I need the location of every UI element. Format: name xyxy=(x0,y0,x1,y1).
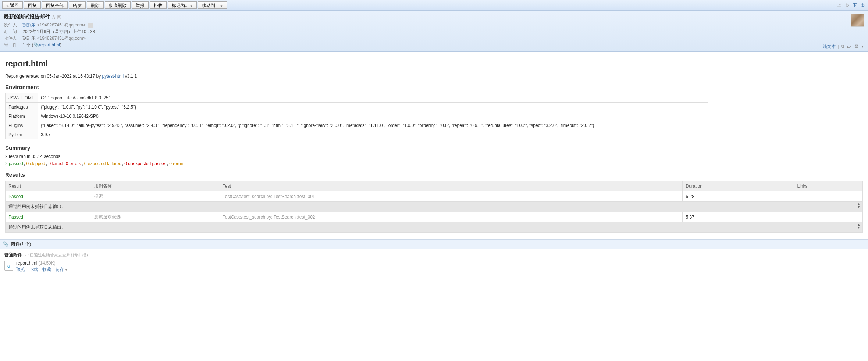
prev-mail-link[interactable]: 上一封 xyxy=(837,3,850,8)
table-header-row: Result 用例名称 Test Duration Links xyxy=(6,181,863,191)
toolbar: « 返回 回复 回复全部 转发 删除 彻底删除 举报 拒收 标记为...▼ 移动… xyxy=(0,0,868,11)
table-row: Passed 搜索 TestCase/test_search.py::TestS… xyxy=(6,191,863,202)
table-row: Packages{"pluggy": "1.0.0", "py": "1.10.… xyxy=(6,103,708,112)
attach-bar-label: 附件 xyxy=(11,241,20,247)
tag-icon[interactable]: ⇱ xyxy=(57,14,61,20)
attach-count: 1 个 ( xyxy=(22,42,33,47)
clip-icon: 📎 xyxy=(33,42,39,47)
table-row: Plugins{"Faker": "8.14.0", "allure-pytes… xyxy=(6,121,708,130)
forward-button[interactable]: 转发 xyxy=(69,1,86,9)
col-duration[interactable]: Duration xyxy=(683,181,794,191)
col-test[interactable]: Test xyxy=(220,181,683,191)
table-row: JAVA_HOMEC:\Program Files\Java\jdk1.8.0_… xyxy=(6,93,708,103)
delete-perm-button[interactable]: 彻底删除 xyxy=(105,1,131,9)
attachment-link[interactable]: report.html xyxy=(39,42,60,47)
to-addr: <1948287451@qq.com> xyxy=(37,36,86,41)
popout-icon[interactable]: 🗗 xyxy=(847,44,851,49)
to-name: 刮刮乐 xyxy=(22,36,36,41)
save-to-link[interactable]: 转存 ▼ xyxy=(55,267,68,272)
reject-button[interactable]: 拒收 xyxy=(150,1,167,9)
col-name[interactable]: 用例名称 xyxy=(91,181,220,191)
report-body: report.html Report generated on 05-Jan-2… xyxy=(0,52,868,239)
from-label: 发件人： xyxy=(4,22,21,28)
attach-heading: 普通附件 xyxy=(4,252,22,258)
contact-card-icon[interactable] xyxy=(88,23,93,28)
table-row: PlatformWindows-10-10.0.19042-SP0 xyxy=(6,112,708,121)
favorite-link[interactable]: 收藏 xyxy=(42,267,51,272)
print-icon[interactable]: 🖶 xyxy=(854,44,859,49)
chevron-down-icon: ▼ xyxy=(190,4,193,8)
env-heading: Environment xyxy=(5,84,863,90)
table-row: Passed 测试搜索候选 TestCase/test_search.py::T… xyxy=(6,212,863,222)
move-to-button[interactable]: 移动到...▼ xyxy=(198,1,227,9)
nav-links: 上一封 下一封 xyxy=(835,2,866,8)
email-header: 最新的测试报告邮件 ☆ ⇱ 发件人： 割割乐 <1948287451@qq.co… xyxy=(0,11,868,52)
chevron-down-icon: ▼ xyxy=(64,268,68,272)
preview-link[interactable]: 预览 xyxy=(16,267,25,272)
subject-text: 最新的测试报告邮件 xyxy=(4,14,50,20)
avatar[interactable] xyxy=(851,14,864,27)
date-label: 时 间： xyxy=(4,28,21,35)
attach-label: 附 件： xyxy=(4,42,21,48)
collapse-toggle[interactable]: ▲▼ xyxy=(857,223,860,229)
report-generated: Report generated on 05-Jan-2022 at 16:43… xyxy=(5,74,863,79)
summary-heading: Summary xyxy=(5,145,863,151)
clip-icon: 📎 xyxy=(3,241,8,247)
chevron-down-icon: ▼ xyxy=(220,4,223,8)
summary-counts: 2 passed, 0 skipped, 0 failed, 0 errors,… xyxy=(5,161,863,166)
star-icon[interactable]: ☆ xyxy=(51,14,56,20)
col-links[interactable]: Links xyxy=(794,181,863,191)
collapse-toggle[interactable]: ▲▼ xyxy=(857,203,860,209)
from-addr: <1948287451@qq.com> xyxy=(37,22,86,28)
mark-as-button[interactable]: 标记为...▼ xyxy=(168,1,197,9)
report-title: report.html xyxy=(5,59,863,68)
reply-button[interactable]: 回复 xyxy=(24,1,41,9)
download-link[interactable]: 下载 xyxy=(29,267,38,272)
attach-close: ) xyxy=(60,42,61,47)
back-button[interactable]: « 返回 xyxy=(2,1,23,9)
date-value: 2022年1月6日（星期四）上午10 : 33 xyxy=(22,29,95,34)
table-row: Python3.9.7 xyxy=(6,130,708,139)
header-actions: 纯文本 | ⧉ 🗗 🖶 ▾ xyxy=(822,43,864,50)
file-icon xyxy=(4,261,13,271)
scan-hint: (🛡 已通过电脑管家云查杀引擎扫描) xyxy=(23,253,88,257)
log-row: 通过的用例未捕获日志输出.▲▼ xyxy=(6,222,863,233)
col-result[interactable]: Result xyxy=(6,181,91,191)
more-icon[interactable]: ▾ xyxy=(861,44,864,49)
log-row: 通过的用例未捕获日志输出.▲▼ xyxy=(6,202,863,212)
attachment-bar: 📎 附件(1 个) xyxy=(0,239,868,249)
attachment-item: report.html (14.59K) 预览 下载 收藏 转存 ▼ xyxy=(4,261,864,273)
report-spam-button[interactable]: 举报 xyxy=(132,1,149,9)
reply-all-button[interactable]: 回复全部 xyxy=(42,1,68,9)
attach-file-name: report.html xyxy=(16,261,37,266)
summary-text: 2 tests ran in 35.14 seconds. xyxy=(5,154,863,159)
results-heading: Results xyxy=(5,171,863,178)
plain-text-link[interactable]: 纯文本 xyxy=(823,44,836,49)
new-window-icon[interactable]: ⧉ xyxy=(841,44,844,49)
pytest-html-link[interactable]: pytest-html xyxy=(102,74,124,79)
results-table: Result 用例名称 Test Duration Links Passed 搜… xyxy=(5,181,863,233)
attach-file-size: (14.59K) xyxy=(39,261,56,266)
env-table: JAVA_HOMEC:\Program Files\Java\jdk1.8.0_… xyxy=(5,93,708,139)
next-mail-link[interactable]: 下一封 xyxy=(853,3,866,8)
to-label: 收件人： xyxy=(4,35,21,42)
delete-button[interactable]: 删除 xyxy=(87,1,104,9)
attachment-section: 普通附件 (🛡 已通过电脑管家云查杀引擎扫描) report.html (14.… xyxy=(0,249,868,276)
sender-name[interactable]: 割割乐 xyxy=(22,22,36,28)
attach-bar-count: (1 个) xyxy=(20,241,31,247)
